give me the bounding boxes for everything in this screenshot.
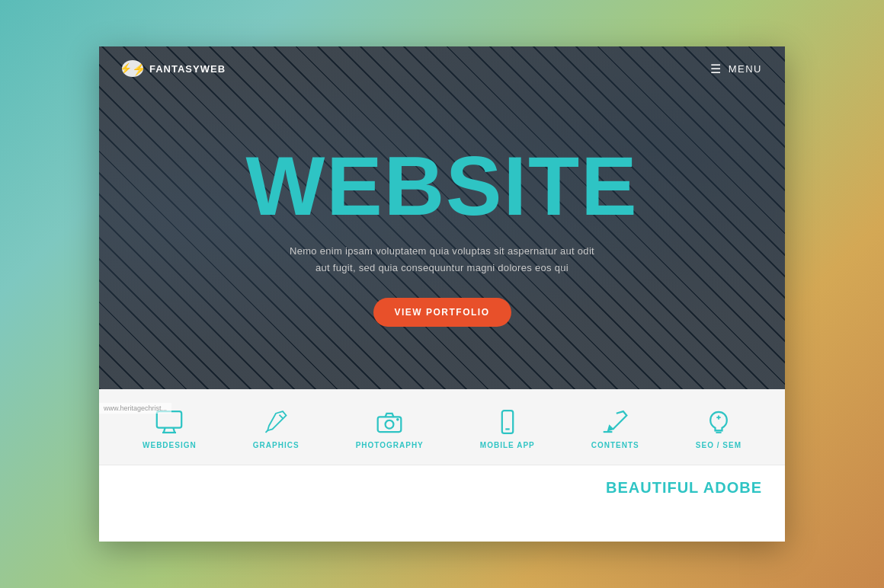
hero-subtitle: Nemo enim ipsam voluptatem quia voluptas… bbox=[99, 243, 785, 276]
edit-icon bbox=[600, 408, 630, 435]
logo-plain: FANTASY bbox=[149, 63, 200, 75]
mobile-icon bbox=[492, 408, 523, 435]
nav-menu[interactable]: ☰ MENU bbox=[710, 62, 762, 76]
bottom-section: BEAUTIFUL ADOBE bbox=[99, 465, 785, 504]
service-label-contents: CONTENTS bbox=[591, 441, 639, 449]
service-label-graphics: GRAPHICS bbox=[253, 441, 299, 449]
cta-button[interactable]: VIEW PORTFOLIO bbox=[373, 298, 511, 327]
hero-section: ⚡ FANTASYWEB ☰ MENU WEBSITE Nemo enim ip… bbox=[99, 46, 785, 389]
svg-point-8 bbox=[396, 418, 399, 421]
service-item-graphics[interactable]: GRAPHICS bbox=[253, 408, 299, 449]
browser-window: ⚡ FANTASYWEB ☰ MENU WEBSITE Nemo enim ip… bbox=[99, 46, 785, 542]
service-label-seo: SEO / SEM bbox=[696, 441, 741, 449]
hamburger-icon: ☰ bbox=[710, 62, 722, 76]
svg-point-7 bbox=[386, 420, 394, 428]
watermark: www.heritagechrist... bbox=[99, 403, 171, 414]
bulb-icon bbox=[703, 408, 734, 435]
logo-icon: ⚡ bbox=[122, 60, 143, 77]
service-item-seo[interactable]: SEO / SEM bbox=[696, 408, 741, 449]
navbar: ⚡ FANTASYWEB ☰ MENU bbox=[99, 46, 785, 91]
service-item-contents[interactable]: CONTENTS bbox=[591, 408, 639, 449]
service-item-photography[interactable]: PHOTOGRAPHY bbox=[356, 408, 424, 449]
logo-text: FANTASYWEB bbox=[149, 63, 226, 75]
service-item-webdesign[interactable]: WEBDESIGN bbox=[143, 408, 197, 449]
hero-subtitle-line1: Nemo enim ipsam voluptatem quia voluptas… bbox=[290, 245, 594, 257]
logo-bold: WEB bbox=[200, 63, 226, 75]
svg-line-5 bbox=[266, 430, 268, 433]
service-label-mobile: MOBILE APP bbox=[480, 441, 535, 449]
service-label-webdesign: WEBDESIGN bbox=[143, 441, 197, 449]
menu-label: MENU bbox=[729, 63, 762, 75]
service-item-mobile[interactable]: MOBILE APP bbox=[480, 408, 535, 449]
svg-line-4 bbox=[280, 414, 283, 418]
hero-content: WEBSITE Nemo enim ipsam voluptatem quia … bbox=[99, 91, 785, 327]
service-label-photography: PHOTOGRAPHY bbox=[356, 441, 424, 449]
pen-icon bbox=[261, 408, 291, 435]
services-bar: WEBDESIGN GRAPHICS bbox=[99, 389, 785, 465]
hero-subtitle-line2: aut fugit, sed quia consequuntur magni d… bbox=[315, 262, 569, 273]
bottom-title: BEAUTIFUL ADOBE bbox=[606, 479, 762, 497]
camera-icon bbox=[374, 408, 405, 435]
logo-area: ⚡ FANTASYWEB bbox=[122, 60, 226, 77]
hero-title: WEBSITE bbox=[99, 144, 785, 228]
